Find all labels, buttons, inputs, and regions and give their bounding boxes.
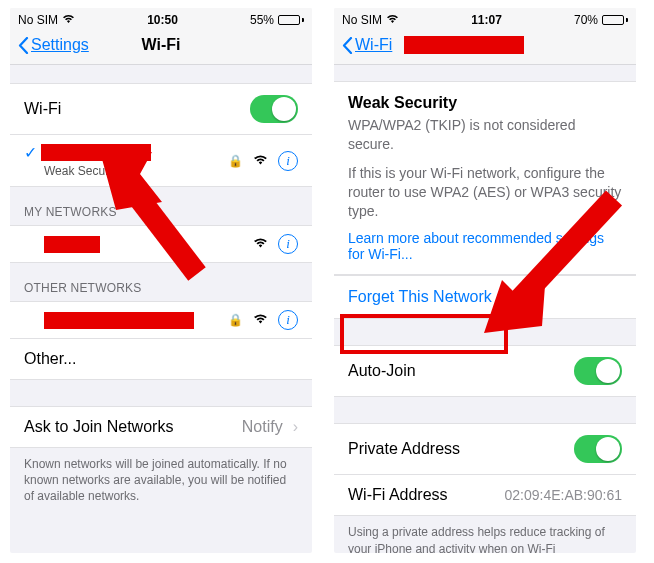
carrier-text: No SIM — [18, 13, 58, 27]
wifi-address-row: Wi-Fi Address 02:09:4E:AB:90:61 — [334, 475, 636, 516]
page-title: Wi-Fi — [142, 36, 181, 54]
auto-join-row: Auto-Join — [334, 345, 636, 397]
chevron-right-icon: › — [293, 418, 298, 436]
right-screenshot: No SIM 11:07 70% Wi-Fi Weak Security WPA… — [334, 8, 636, 553]
wifi-toggle-row: Wi-Fi — [10, 83, 312, 135]
ask-to-join-row[interactable]: Ask to Join Networks Notify › — [10, 406, 312, 448]
lock-icon: 🔒 — [228, 313, 243, 327]
chevron-left-icon — [342, 37, 353, 54]
redacted-network-name — [44, 236, 100, 253]
private-address-label: Private Address — [348, 440, 460, 458]
left-screenshot: No SIM 10:50 55% Settings Wi-Fi Wi-Fi — [10, 8, 312, 553]
wifi-icon — [386, 13, 399, 27]
info-icon[interactable]: i — [278, 310, 298, 330]
back-button[interactable]: Wi-Fi — [342, 36, 392, 54]
private-address-row: Private Address — [334, 423, 636, 475]
chevron-left-icon — [18, 37, 29, 54]
back-label: Wi-Fi — [355, 36, 392, 54]
connected-network-row[interactable]: ✓ Weak Security 🔒 i — [10, 135, 312, 187]
battery-pct: 55% — [250, 13, 274, 27]
private-address-toggle[interactable] — [574, 435, 622, 463]
wifi-icon — [253, 152, 268, 170]
checkmark-icon: ✓ — [24, 143, 37, 162]
wifi-icon — [62, 13, 75, 27]
battery-pct: 70% — [574, 13, 598, 27]
battery-icon — [602, 15, 628, 25]
forget-label: Forget This Network — [348, 288, 492, 305]
wifi-address-label: Wi-Fi Address — [348, 486, 448, 504]
other-label: Other... — [24, 350, 76, 368]
wifi-icon — [253, 311, 268, 329]
wifi-label: Wi-Fi — [24, 100, 61, 118]
security-title: Weak Security — [348, 94, 622, 112]
auto-join-label: Auto-Join — [348, 362, 416, 380]
wifi-toggle[interactable] — [250, 95, 298, 123]
ask-value: Notify — [242, 418, 283, 436]
nav-bar: Wi-Fi — [334, 30, 636, 65]
auto-join-toggle[interactable] — [574, 357, 622, 385]
redacted-network-name — [41, 144, 151, 161]
other-manual-row[interactable]: Other... — [10, 339, 312, 380]
my-networks-header: MY NETWORKS — [10, 187, 312, 225]
other-networks-header: OTHER NETWORKS — [10, 263, 312, 301]
info-icon[interactable]: i — [278, 151, 298, 171]
my-network-row[interactable]: i — [10, 225, 312, 263]
weak-security-panel: Weak Security WPA/WPA2 (TKIP) is not con… — [334, 81, 636, 275]
forget-network-button[interactable]: Forget This Network — [334, 275, 636, 319]
status-bar: No SIM 10:50 55% — [10, 8, 312, 30]
learn-more-link[interactable]: Learn more about recommended settings fo… — [348, 230, 622, 262]
nav-bar: Settings Wi-Fi — [10, 30, 312, 65]
security-msg1: WPA/WPA2 (TKIP) is not considered secure… — [348, 116, 622, 154]
wifi-icon — [253, 235, 268, 253]
carrier-text: No SIM — [342, 13, 382, 27]
content: Weak Security WPA/WPA2 (TKIP) is not con… — [334, 65, 636, 553]
content: Wi-Fi ✓ Weak Security 🔒 i MY NETWORKS — [10, 65, 312, 553]
redacted-nav-title — [404, 36, 524, 54]
back-label: Settings — [31, 36, 89, 54]
footer-text: Using a private address helps reduce tra… — [334, 516, 636, 553]
info-icon[interactable]: i — [278, 234, 298, 254]
redacted-network-name — [44, 312, 194, 329]
lock-icon: 🔒 — [228, 154, 243, 168]
weak-security-label: Weak Security — [44, 164, 151, 178]
wifi-address-value: 02:09:4E:AB:90:61 — [504, 487, 622, 503]
back-button[interactable]: Settings — [18, 36, 89, 54]
ask-label: Ask to Join Networks — [24, 418, 173, 436]
footer-text: Known networks will be joined automatica… — [10, 448, 312, 513]
clock: 10:50 — [147, 13, 178, 27]
status-bar: No SIM 11:07 70% — [334, 8, 636, 30]
other-network-row[interactable]: 🔒 i — [10, 301, 312, 339]
security-msg2: If this is your Wi-Fi network, configure… — [348, 164, 622, 221]
battery-icon — [278, 15, 304, 25]
clock: 11:07 — [471, 13, 502, 27]
